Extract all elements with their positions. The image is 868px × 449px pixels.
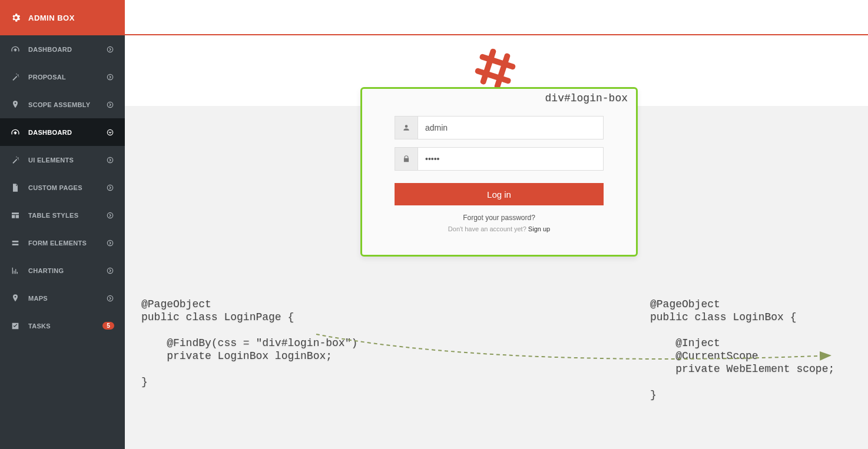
tasks-badge: 5 (102, 322, 114, 330)
caret-icon (106, 45, 114, 54)
sidebar-item-scope-assembly[interactable]: SCOPE ASSEMBLY (0, 91, 125, 118)
content: div#login-box Log in Forgot your passw (125, 36, 868, 449)
wand-icon (11, 72, 20, 82)
svg-rect-11 (494, 52, 511, 89)
hash-icon (475, 48, 516, 89)
sidebar-item-custom-pages[interactable]: CUSTOM PAGES (0, 174, 125, 201)
svg-point-1 (107, 74, 112, 79)
sidebar-item-dashboard-1[interactable]: DASHBOARD (0, 35, 125, 63)
caret-icon (106, 211, 114, 219)
caret-icon (106, 267, 114, 275)
svg-rect-12 (479, 54, 516, 71)
brand-title: ADMIN BOX (28, 14, 75, 22)
wand-icon (11, 155, 20, 165)
caret-icon (106, 73, 114, 81)
sidebar-item-maps[interactable]: MAPS (0, 284, 125, 312)
login-box-highlight: div#login-box Log in Forgot your passw (360, 87, 638, 257)
caret-icon (106, 294, 114, 302)
svg-point-2 (107, 102, 112, 107)
sidebar-item-label: TABLE STYLES (28, 212, 106, 219)
svg-point-7 (107, 240, 112, 245)
sidebar-item-label: CHARTING (28, 267, 106, 274)
forgot-password-link[interactable]: Forgot your password? (463, 214, 535, 222)
code-snippet-right: @PageObject public class LoginBox { @Inj… (650, 298, 834, 401)
gauge-icon (11, 45, 20, 54)
sidebar-item-label: FORM ELEMENTS (28, 240, 106, 247)
caret-down-icon (106, 128, 114, 137)
login-box-selector-label: div#login-box (545, 92, 628, 104)
sidebar-item-table-styles[interactable]: TABLE STYLES (0, 201, 125, 229)
svg-point-9 (107, 295, 112, 301)
username-input[interactable] (418, 116, 604, 139)
table-icon (11, 211, 20, 220)
form-icon (11, 238, 20, 248)
sidebar-item-label: SCOPE ASSEMBLY (28, 101, 106, 108)
sidebar-item-label: UI ELEMENTS (28, 157, 106, 164)
sidebar-item-label: TASKS (28, 322, 102, 330)
topbar (125, 0, 868, 35)
sidebar-item-dashboard-2[interactable]: DASHBOARD (0, 118, 125, 146)
brand-bar[interactable]: ADMIN BOX (0, 0, 125, 35)
pin-icon (11, 294, 20, 303)
svg-rect-13 (475, 68, 512, 85)
sidebar-item-label: PROPOSAL (28, 74, 106, 81)
sidebar-item-proposal[interactable]: PROPOSAL (0, 63, 125, 91)
svg-point-4 (107, 157, 112, 162)
caret-icon (106, 184, 114, 192)
gears-icon (11, 12, 21, 23)
svg-rect-10 (480, 48, 497, 85)
signup-link[interactable]: Sign up (528, 225, 550, 232)
caret-icon (106, 239, 114, 247)
nav: DASHBOARD PROPOSAL SCOPE ASSEMBLY DASHBO… (0, 35, 125, 340)
gauge-icon (11, 128, 20, 137)
check-icon (11, 321, 20, 331)
svg-point-3 (107, 129, 112, 135)
sidebar-item-charting[interactable]: CHARTING (0, 257, 125, 284)
login-form: Log in Forgot your password? Don't have … (362, 89, 636, 232)
caret-icon (106, 101, 114, 109)
main: div#login-box Log in Forgot your passw (125, 0, 868, 449)
svg-point-6 (107, 212, 112, 218)
sidebar-item-label: DASHBOARD (28, 129, 106, 136)
sidebar-item-form-elements[interactable]: FORM ELEMENTS (0, 229, 125, 257)
sidebar-item-label: CUSTOM PAGES (28, 184, 106, 191)
sidebar-item-label: DASHBOARD (28, 46, 106, 53)
svg-point-8 (107, 268, 112, 273)
pin-icon (11, 100, 20, 109)
sidebar-item-ui-elements[interactable]: UI ELEMENTS (0, 146, 125, 174)
chart-icon (11, 266, 20, 275)
login-button[interactable]: Log in (395, 183, 604, 205)
lock-icon (395, 147, 418, 171)
caret-icon (106, 156, 114, 164)
no-account-text: Don't have an account yet? (448, 225, 528, 232)
user-icon (395, 116, 418, 139)
password-input[interactable] (418, 147, 604, 171)
sidebar-item-tasks[interactable]: TASKS 5 (0, 312, 125, 340)
code-snippet-left: @PageObject public class LoginPage { @Fi… (141, 298, 357, 388)
sidebar: ADMIN BOX DASHBOARD PROPOSAL SCOPE ASSEM… (0, 0, 125, 449)
username-row (395, 116, 604, 139)
svg-point-0 (107, 46, 112, 52)
file-icon (11, 183, 20, 192)
svg-point-5 (107, 185, 112, 190)
sidebar-item-label: MAPS (28, 295, 106, 302)
login-links: Forgot your password? Don't have an acco… (395, 214, 604, 232)
password-row (395, 147, 604, 171)
